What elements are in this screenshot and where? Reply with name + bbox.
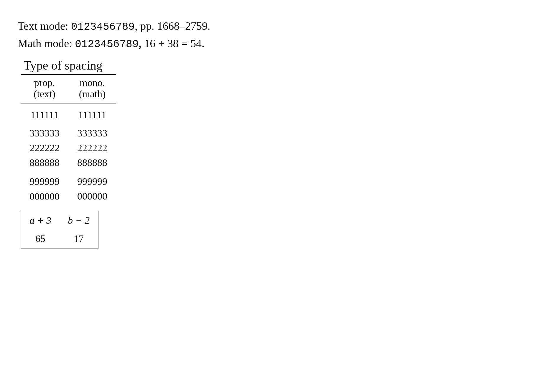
- math-mode-prefix: Math mode:: [18, 37, 75, 50]
- math-row1-col1: a + 3: [21, 211, 60, 230]
- row1-col1: 111111: [21, 103, 68, 122]
- text-mode-suffix: , pp. 1668–2759.: [135, 20, 210, 32]
- math-mode-line: Math mode: 0123456789, 16 + 38 = 54.: [18, 35, 532, 52]
- table-row: 111111 111111: [21, 103, 116, 122]
- row4-col2: 888888: [68, 155, 116, 170]
- row2-col2: 333333: [68, 122, 116, 141]
- row6-col1: 000000: [21, 189, 68, 204]
- text-mode-line: Text mode: 0123456789, pp. 1668–2759.: [18, 18, 532, 35]
- row3-col2: 222222: [68, 141, 116, 155]
- math-mode-suffix: , 16 + 38 = 54.: [139, 37, 204, 50]
- col1-header: prop. (text): [21, 75, 68, 103]
- spacing-table: prop. (text) mono. (math) 111111 111111: [21, 74, 116, 204]
- math-row2-col1: 65: [21, 230, 60, 248]
- row1-col2: 111111: [68, 103, 116, 122]
- page-content: Text mode: 0123456789, pp. 1668–2759. Ma…: [18, 18, 532, 250]
- table-row: 333333 333333: [21, 122, 116, 141]
- math-row2: 65 17: [21, 230, 98, 248]
- table-row: 000000 000000: [21, 189, 116, 204]
- row3-col1: 222222: [21, 141, 68, 155]
- table-row: 999999 999999: [21, 170, 116, 189]
- math-row2-col2: 17: [60, 230, 98, 248]
- math-table: a + 3 b − 2 65 17: [21, 211, 98, 248]
- math-row1: a + 3 b − 2: [21, 211, 98, 230]
- text-mode-prefix: Text mode:: [18, 20, 71, 32]
- table-body: 111111 111111 333333 333333 222222 22222…: [21, 103, 116, 204]
- row2-col1: 333333: [21, 122, 68, 141]
- col2-header: mono. (math): [68, 75, 116, 103]
- row6-col2: 000000: [68, 189, 116, 204]
- row5-col1: 999999: [21, 170, 68, 189]
- intro-section: Text mode: 0123456789, pp. 1668–2759. Ma…: [18, 18, 532, 52]
- text-mode-mono: 0123456789: [71, 21, 135, 33]
- table-title: Type of spacing: [18, 58, 532, 73]
- table-row: 888888 888888: [21, 155, 116, 170]
- math-box-wrapper: a + 3 b − 2 65 17: [21, 211, 98, 248]
- row5-col2: 999999: [68, 170, 116, 189]
- math-mode-mono: 0123456789: [75, 38, 139, 50]
- table-header-row: prop. (text) mono. (math): [21, 75, 116, 103]
- row4-col1: 888888: [21, 155, 68, 170]
- math-row1-col2: b − 2: [60, 211, 98, 230]
- table-section: Type of spacing prop. (text) mono. (math…: [18, 58, 532, 250]
- table-row: 222222 222222: [21, 141, 116, 155]
